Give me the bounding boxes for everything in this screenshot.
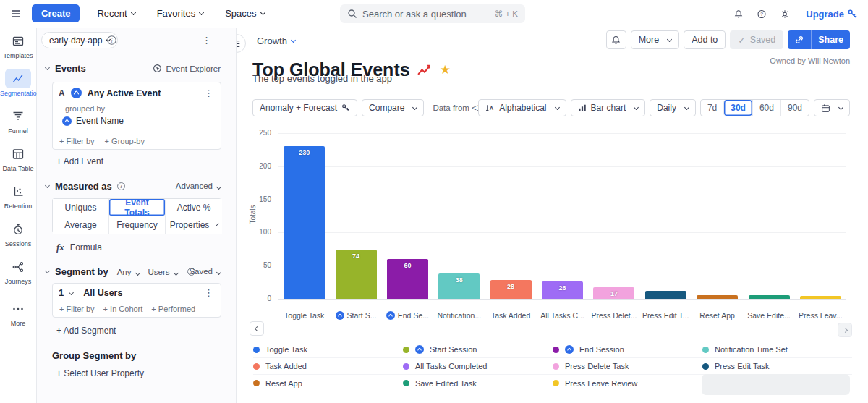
add-to-button[interactable]: Add to: [684, 30, 726, 49]
chevron-right-icon: [842, 327, 847, 332]
search-input[interactable]: Search or ask a question ⌘ + K: [340, 4, 525, 23]
legend-item[interactable]: Press Leave Review: [553, 375, 702, 391]
legend-item[interactable]: Press Edit Task: [702, 358, 852, 375]
calendar-dropdown[interactable]: [814, 99, 850, 116]
bar-save-edited-task[interactable]: [749, 295, 790, 299]
bar-reset-app[interactable]: [697, 295, 738, 300]
favorites-menu[interactable]: Favorites: [153, 7, 208, 20]
event-group-by-button[interactable]: + Group-by: [105, 137, 145, 145]
legend-item[interactable]: Press Delete Task: [553, 358, 702, 375]
bell-icon[interactable]: [729, 4, 748, 23]
collapse-query-panel-button[interactable]: [237, 34, 246, 53]
chevron-down-icon: [216, 223, 219, 226]
measured-option-properties[interactable]: Properties: [166, 216, 222, 234]
segment-filter-by-button[interactable]: + Filter by: [59, 305, 95, 313]
segment-in-cohort-button[interactable]: + In Cohort: [103, 305, 143, 313]
collapse-chevron-icon[interactable]: [45, 268, 50, 273]
event-filter-by-button[interactable]: + Filter by: [59, 137, 95, 145]
info-icon[interactable]: i: [106, 35, 117, 46]
chevron-down-icon: [412, 104, 417, 109]
segment-saved-dropdown[interactable]: Saved: [189, 267, 221, 276]
breadcrumb[interactable]: Growth: [252, 35, 299, 47]
sidebar-item-label: Templates: [0, 52, 36, 59]
notifications-bell-button[interactable]: [606, 30, 626, 49]
collapse-chevron-icon[interactable]: [45, 65, 50, 70]
amplitude-event-icon: [386, 311, 395, 320]
event-kebab-icon[interactable]: ⋮: [203, 88, 215, 98]
legend-page-prev-button[interactable]: [250, 321, 264, 336]
legend-dot: [553, 380, 559, 386]
copy-link-icon[interactable]: [788, 30, 812, 49]
chevron-left-icon: [254, 326, 259, 331]
select-user-property-button[interactable]: + Select User Property: [56, 368, 144, 378]
event-explorer-button[interactable]: Event Explorer: [153, 64, 221, 74]
segment-any-dropdown[interactable]: Any: [117, 268, 140, 276]
measured-option-uniques[interactable]: Uniques: [53, 199, 109, 216]
measured-option-frequency[interactable]: Frequency: [109, 216, 166, 234]
segment-name[interactable]: All Users: [83, 288, 197, 298]
sidebar-item-segmentation[interactable]: Segmentation: [0, 69, 36, 97]
info-icon[interactable]: i: [116, 182, 126, 191]
range-30d[interactable]: 30d: [723, 100, 752, 116]
legend-item[interactable]: Reset App: [253, 375, 403, 391]
help-icon[interactable]: ?: [752, 4, 771, 23]
compare-dropdown[interactable]: Compare: [362, 99, 424, 116]
chart-type-dropdown[interactable]: Bar chart: [571, 99, 646, 116]
chevron-down-icon: [291, 38, 296, 43]
sidebar-item-label: Funnel: [0, 127, 36, 135]
legend-item[interactable]: Task Added: [253, 358, 403, 375]
collapse-chevron-icon[interactable]: [45, 183, 50, 188]
sidebar-item-journeys[interactable]: Journeys: [0, 257, 36, 285]
sort-dropdown[interactable]: A Alphabetical: [478, 99, 566, 116]
create-button[interactable]: Create: [32, 4, 80, 22]
add-event-button[interactable]: + Add Event: [56, 156, 103, 166]
legend-item[interactable]: All Tasks Completed: [403, 358, 553, 375]
segment-performed-button[interactable]: + Performed: [151, 305, 195, 313]
upgrade-button[interactable]: Upgrade: [801, 8, 862, 20]
chevron-down-icon[interactable]: [69, 290, 74, 295]
granularity-dropdown[interactable]: Daily: [650, 99, 696, 116]
segment-users-dropdown[interactable]: Users: [148, 268, 178, 276]
measured-option-average[interactable]: Average: [53, 216, 109, 234]
star-icon[interactable]: ★: [440, 62, 451, 77]
sidebar-item-funnel[interactable]: Funnel: [0, 106, 36, 135]
bar-press-edit-task[interactable]: [645, 291, 686, 299]
gear-icon[interactable]: [775, 4, 794, 23]
sidebar-item-data-table[interactable]: Data Table: [0, 144, 36, 172]
chevron-down-icon: [684, 104, 689, 109]
range-90d[interactable]: 90d: [780, 100, 809, 116]
share-button[interactable]: Share: [812, 30, 850, 49]
range-7d[interactable]: 7d: [701, 100, 723, 116]
anomaly-forecast-button[interactable]: Anomaly + Forecast: [252, 99, 357, 116]
panel-kebab-icon[interactable]: ⋮: [200, 35, 213, 46]
recent-menu[interactable]: Recent: [93, 7, 139, 20]
advanced-dropdown[interactable]: Advanced: [176, 182, 221, 190]
measured-option-active-[interactable]: Active %: [166, 199, 222, 216]
sidebar-item-sessions[interactable]: Sessions: [0, 219, 36, 247]
legend-item[interactable]: Save Edited Task: [403, 375, 553, 391]
hamburger-menu-icon[interactable]: [6, 4, 26, 24]
legend-item[interactable]: Notification Time Set: [702, 342, 852, 358]
svg-text:i: i: [111, 38, 112, 44]
range-60d[interactable]: 60d: [752, 100, 780, 116]
legend-page-next-button[interactable]: [838, 323, 852, 337]
gridline: [278, 166, 846, 167]
sidebar-item-more[interactable]: More: [0, 299, 36, 327]
sidebar-item-templates[interactable]: Templates: [0, 31, 36, 59]
event-name[interactable]: Any Active Event: [88, 88, 197, 98]
sidebar-item-retention[interactable]: Retention: [0, 182, 36, 210]
templates-icon: [5, 31, 31, 51]
measured-option-event-totals[interactable]: Event Totals: [109, 199, 166, 216]
bar-toggle-task[interactable]: [284, 146, 325, 299]
grouped-by-row[interactable]: Event Name: [53, 113, 221, 126]
legend-item[interactable]: Toggle Task: [253, 342, 403, 358]
more-button[interactable]: More: [631, 30, 679, 49]
bar-press-leave-review[interactable]: [800, 296, 841, 299]
chevron-down-icon: [554, 104, 559, 109]
add-segment-button[interactable]: + Add Segment: [56, 326, 116, 336]
segment-kebab-icon[interactable]: ⋮: [203, 287, 215, 298]
spaces-menu[interactable]: Spaces: [221, 7, 268, 20]
formula-button[interactable]: fx Formula: [56, 242, 102, 253]
legend-item[interactable]: End Session: [553, 342, 702, 358]
legend-item[interactable]: Start Session: [403, 342, 553, 358]
